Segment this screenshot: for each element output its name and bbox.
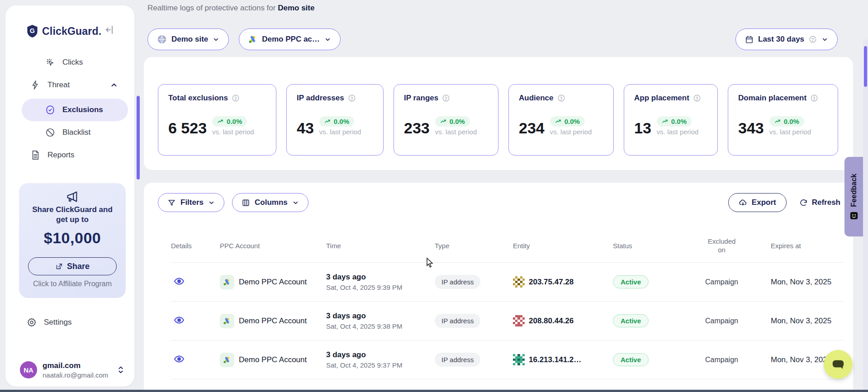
trend-badge: 0.0% [769,116,804,127]
trend-badge: 0.0% [319,116,354,127]
badge-check-icon [45,105,55,115]
view-details-eye-icon[interactable] [174,315,185,326]
help-circle-icon [809,35,817,43]
columns-button[interactable]: Columns [232,193,308,212]
filters-button[interactable]: Filters [158,193,224,212]
status-badge: Active [613,275,649,288]
stat-card-ip-ranges: IP ranges 233 0.0% vs. last period [394,84,498,156]
sidebar-item-threat[interactable]: Threat [30,80,118,90]
table-row: Demo PPC Account 3 days agoSat, Oct 4, 2… [171,340,844,379]
status-badge: Active [613,314,649,327]
promo-caption[interactable]: Click to Affiliate Program [19,280,126,288]
stat-value: 13 [634,120,651,136]
sidebar-item-reports[interactable]: Reports [30,150,75,160]
help-circle-icon[interactable] [693,94,701,102]
sidebar-item-label: Settings [44,318,71,327]
col-header-type: Type [435,241,513,250]
stat-value: 43 [297,120,314,136]
account-switcher[interactable]: NA gmail.com naatali.ro@gmail.com [5,356,134,384]
entity-value: 203.75.47.28 [529,278,574,287]
sidebar-item-blacklist[interactable]: Blacklist [45,128,90,137]
page-scrollbar-thumb[interactable] [864,46,867,87]
sidebar-item-exclusions-inner: Exclusions [45,105,103,115]
excluded-on-value: Campaign [689,278,754,286]
stat-title: IP ranges [404,94,438,103]
trend-value: 0.0% [784,118,799,125]
page-scrollbar-track[interactable] [863,40,868,392]
share-button[interactable]: Share [28,257,117,275]
document-icon [30,150,40,160]
sidebar-item-clicks[interactable]: Clicks [45,57,83,67]
page-subtitle: Realtime logs of protective actions for … [147,4,314,13]
view-details-eye-icon[interactable] [174,276,185,287]
help-circle-icon[interactable] [810,94,818,102]
refresh-button-label: Refresh [812,198,840,207]
brand: G ClickGuard. [26,24,125,39]
trend-caption: vs. last period [657,128,699,136]
col-header-status: Status [613,241,689,250]
ppc-account-selector[interactable]: Demo PPC ac… [239,28,341,50]
help-circle-icon[interactable] [232,94,240,102]
stat-title: IP addresses [297,94,344,103]
stat-value: 233 [404,120,430,136]
export-button-label: Export [752,198,776,207]
stat-value: 234 [519,120,545,136]
share-button-label: Share [67,262,90,271]
col-header-details: Details [171,241,220,250]
time-relative: 3 days ago [326,350,435,359]
sidebar-item-settings[interactable]: Settings [27,317,71,327]
promo-line-2: get up to [19,215,126,225]
gear-icon [27,317,37,327]
export-button[interactable]: Export [728,193,787,212]
entity-value: 208.80.44.26 [529,316,574,326]
trend-badge: 0.0% [550,116,585,127]
svg-text:G: G [30,27,35,34]
trend-up-icon [324,118,331,125]
view-details-eye-icon[interactable] [174,354,185,364]
globe-icon [157,34,167,44]
chat-bubble-icon [831,358,845,371]
feedback-tab[interactable]: Feedback [844,157,863,236]
trend-caption: vs. last period [435,128,477,136]
trend-caption: vs. last period [212,128,254,136]
refresh-button[interactable]: Refresh [799,198,840,207]
time-relative: 3 days ago [326,312,435,321]
trend-badge: 0.0% [435,116,470,127]
affiliate-promo-card[interactable]: Share ClickGuard and get up to $10,000 S… [19,183,126,298]
chevron-up-icon [110,81,118,89]
stat-card-audience: Audience 234 0.0% vs. last period [508,84,614,156]
prohibited-icon [45,128,55,137]
trend-up-icon [774,118,781,125]
columns-button-label: Columns [255,198,288,207]
date-range-selector[interactable]: Last 30 days [735,28,838,50]
trend-up-icon [217,118,224,125]
entity-identicon [513,354,525,366]
sidebar-item-label: Clicks [62,58,83,67]
trend-badge: 0.0% [212,116,247,127]
chat-launcher-button[interactable] [824,350,853,379]
entity-identicon [513,315,525,327]
sidebar-item-label: Threat [47,80,70,90]
trend-value: 0.0% [334,118,349,125]
lightning-icon [30,80,40,90]
chevron-down-icon [292,199,299,206]
trend-caption: vs. last period [550,128,592,136]
promo-line-1: Share ClickGuard and [19,205,126,215]
help-circle-icon[interactable] [348,94,356,102]
date-range-value: Last 30 days [758,35,804,44]
ppc-account-name: Demo PPC Account [239,278,307,287]
help-circle-icon[interactable] [557,94,565,102]
site-selector[interactable]: Demo site [147,28,229,50]
collapse-sidebar-icon[interactable] [104,24,115,35]
trend-up-icon [440,118,447,125]
sidebar-item-exclusions[interactable]: Exclusions [22,99,128,121]
help-circle-icon[interactable] [442,94,450,102]
sidebar-scrollbar-thumb[interactable] [137,96,140,179]
chevron-down-icon [324,36,331,43]
feedback-tab-label: Feedback [850,174,858,207]
chevron-down-icon [208,199,215,206]
usersnap-smiley-icon [850,212,858,220]
excluded-on-value: Campaign [689,356,754,364]
stat-card-ip-addresses: IP addresses 43 0.0% vs. last period [286,84,384,156]
col-header-expires-at: Expires at [754,241,844,250]
